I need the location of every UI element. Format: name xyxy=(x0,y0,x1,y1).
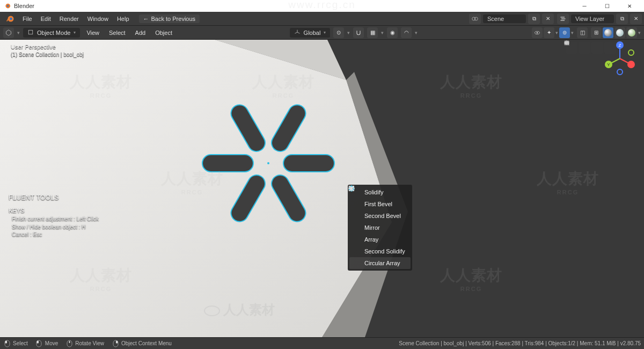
array-icon xyxy=(352,235,360,244)
popup-item-solidify[interactable]: Solidify xyxy=(349,186,411,198)
svg-point-32 xyxy=(349,186,354,191)
solid-shading-icon[interactable] xyxy=(603,27,613,38)
svg-rect-20 xyxy=(202,155,253,172)
svg-rect-53 xyxy=(37,340,39,343)
lookdev-shading-icon[interactable] xyxy=(614,27,625,38)
chevron-down-icon: ▾ xyxy=(74,30,76,35)
svg-point-1 xyxy=(7,5,9,7)
mouse-right-icon xyxy=(112,340,119,347)
header-select[interactable]: Select xyxy=(106,30,129,36)
svg-rect-57 xyxy=(116,340,118,343)
fluent-tools-panel: FLUENT TOOLS KEYS Finish current adjustm… xyxy=(9,193,99,239)
svg-point-49 xyxy=(628,50,634,55)
navigation-gizmo[interactable]: Z Y xyxy=(601,40,639,77)
shading-group: ⊞ ▾ xyxy=(591,27,641,38)
window-title: Blender xyxy=(14,3,34,9)
menu-render[interactable]: Render xyxy=(55,12,83,26)
top-menubar: File Edit Render Window Help ← Back to P… xyxy=(0,12,644,26)
svg-rect-8 xyxy=(561,20,565,21)
toggle-perspective-icon[interactable] xyxy=(579,42,590,54)
status-bar: Select Move Rotate View Object Context M… xyxy=(0,337,644,349)
menu-edit[interactable]: Edit xyxy=(36,12,55,26)
key-line: Cancel : Esc xyxy=(9,231,99,239)
svg-point-34 xyxy=(353,189,354,190)
scene-name-field[interactable]: Scene xyxy=(483,14,526,23)
transform-orientation-dropdown[interactable]: Global ▾ xyxy=(290,28,331,38)
header-add[interactable]: Add xyxy=(132,30,149,36)
interaction-mode-dropdown[interactable]: Object Mode ▾ xyxy=(23,28,80,38)
editor-type-icon[interactable] xyxy=(3,27,14,38)
svg-rect-51 xyxy=(5,340,7,343)
header-view[interactable]: View xyxy=(83,30,103,36)
menu-window[interactable]: Window xyxy=(83,12,113,26)
blender-logo-icon[interactable] xyxy=(5,14,15,24)
svg-rect-55 xyxy=(69,341,70,343)
popup-item-second-bevel[interactable]: Second Bevel xyxy=(349,210,411,222)
svg-text:Z: Z xyxy=(619,43,621,48)
window-controls: ─ ☐ ✕ xyxy=(573,0,641,12)
keys-heading: KEYS xyxy=(9,207,99,215)
scene-copy-icon[interactable]: ⧉ xyxy=(528,13,540,24)
gizmo-group: ✦ ▾ ⊚ ▾ xyxy=(532,27,574,38)
rendered-shading-icon[interactable] xyxy=(626,27,637,38)
3d-viewport[interactable]: User Perspective (1) Scene Collection | … xyxy=(0,40,644,337)
proportional-falloff-icon[interactable]: ◠ xyxy=(401,27,412,38)
svg-rect-6 xyxy=(561,17,565,18)
scene-delete-icon[interactable]: ✕ xyxy=(542,13,554,24)
fluent-context-popup: Solidify First Bevel Second Bevel Mirror… xyxy=(348,185,412,271)
svg-point-47 xyxy=(627,61,635,68)
close-button[interactable]: ✕ xyxy=(618,0,641,12)
fluent-title: FLUENT TOOLS xyxy=(9,193,99,202)
svg-rect-17 xyxy=(283,155,334,172)
xray-toggle-icon[interactable]: ◫ xyxy=(577,27,588,38)
snap-toggle-icon[interactable] xyxy=(353,27,364,38)
status-rotate: Rotate View xyxy=(65,340,104,347)
svg-point-33 xyxy=(351,186,352,187)
back-label: Back to Previous xyxy=(151,16,196,22)
orientation-icon xyxy=(294,29,301,37)
svg-rect-7 xyxy=(561,18,566,19)
chevron-down-icon: ▾ xyxy=(324,30,326,35)
wireframe-shading-icon[interactable]: ⊞ xyxy=(591,27,602,38)
scene-switch-group: Scene ⧉ ✕ xyxy=(469,13,554,24)
svg-rect-9 xyxy=(28,30,33,34)
back-to-previous-button[interactable]: ← Back to Previous xyxy=(139,14,200,23)
key-line: Finish current adjustment : Left Click xyxy=(9,215,99,223)
window-titlebar: Blender ─ ☐ ✕ xyxy=(0,0,644,12)
svg-point-35 xyxy=(349,189,350,190)
svg-point-5 xyxy=(474,17,478,20)
visibility-icon[interactable] xyxy=(532,27,543,38)
proportional-edit-icon[interactable]: ◉ xyxy=(387,27,398,38)
collection-label: (1) Scene Collection | bool_obj xyxy=(11,51,84,59)
maximize-button[interactable]: ☐ xyxy=(596,0,618,12)
svg-text:Y: Y xyxy=(607,62,610,67)
popup-item-mirror[interactable]: Mirror xyxy=(349,222,411,234)
svg-point-23 xyxy=(267,162,269,164)
scene-browse-icon[interactable] xyxy=(469,13,481,24)
caret-down-icon: ▾ xyxy=(17,30,20,35)
pivot-icon[interactable]: ⊙ xyxy=(333,27,344,38)
minimize-button[interactable]: ─ xyxy=(573,0,596,12)
viewlayer-delete-icon[interactable]: ✕ xyxy=(630,13,642,24)
svg-point-48 xyxy=(617,69,623,75)
popup-item-array[interactable]: Array xyxy=(349,234,411,245)
header-object[interactable]: Object xyxy=(152,30,175,36)
popup-item-circular-array[interactable]: Circular Array xyxy=(349,257,411,269)
popup-item-first-bevel[interactable]: First Bevel xyxy=(349,198,411,210)
viewlayer-browse-icon[interactable] xyxy=(557,13,569,24)
snap-type-icon[interactable]: ▦ xyxy=(367,27,378,38)
blender-icon xyxy=(3,2,11,10)
status-select: Select xyxy=(3,340,28,347)
second-bevel-icon xyxy=(352,212,360,220)
back-arrow-icon: ← xyxy=(143,16,149,22)
overlay-toggle-icon[interactable]: ⊚ xyxy=(559,27,570,38)
viewport-overlay-info: User Perspective (1) Scene Collection | … xyxy=(11,43,84,59)
popup-item-second-solidify[interactable]: Second Solidify xyxy=(349,245,411,257)
first-bevel-icon xyxy=(352,200,360,208)
viewlayer-name-field[interactable]: View Layer xyxy=(571,14,614,23)
gizmo-toggle-icon[interactable]: ✦ xyxy=(544,27,554,38)
menu-file[interactable]: File xyxy=(18,12,36,26)
circular-array-icon xyxy=(352,259,360,267)
menu-help[interactable]: Help xyxy=(113,12,134,26)
viewlayer-copy-icon[interactable]: ⧉ xyxy=(616,13,628,24)
